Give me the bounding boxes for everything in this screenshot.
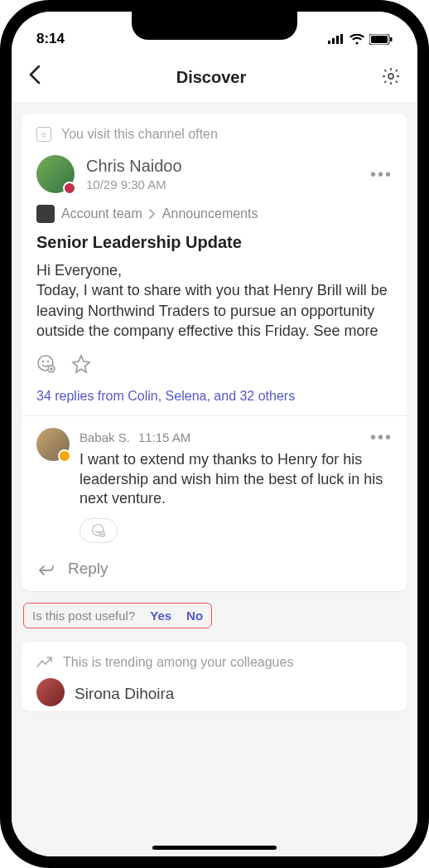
app-header: Discover [12, 53, 417, 102]
hint-text: This is trending among your colleagues [63, 655, 293, 670]
breadcrumb[interactable]: Account team Announcements [36, 205, 393, 223]
wifi-icon [349, 34, 364, 45]
svg-rect-5 [371, 36, 388, 43]
svg-rect-2 [336, 36, 339, 44]
post-timestamp: 10/29 9:30 AM [86, 177, 182, 192]
reply-input[interactable]: Reply [36, 560, 393, 578]
status-indicators [328, 34, 393, 45]
svg-point-7 [388, 74, 393, 79]
card-hint: ≡ You visit this channel often [36, 127, 393, 142]
svg-point-10 [48, 361, 49, 362]
reaction-row [36, 354, 393, 377]
home-indicator[interactable] [152, 846, 277, 850]
svg-point-9 [43, 361, 44, 362]
feedback-prompt: Is this post useful? Yes No [23, 603, 212, 628]
back-button[interactable] [28, 65, 41, 90]
reply-more-button[interactable]: ••• [370, 428, 393, 447]
svg-rect-0 [328, 41, 330, 44]
presence-busy-icon [63, 182, 76, 195]
reply-time: 11:15 AM [138, 430, 190, 444]
author-row[interactable]: Chris Naidoo 10/29 9:30 AM ••• [36, 155, 393, 193]
settings-button[interactable] [381, 66, 401, 90]
hint-text: You visit this channel often [61, 127, 218, 142]
post-title: Senior Leadership Update [36, 233, 393, 252]
post-body: Hi Everyone, Today, I want to share with… [36, 260, 393, 341]
reply-item: Babak S. 11:15 AM ••• I want to extend m… [36, 428, 393, 543]
reply-reaction-button[interactable] [80, 518, 118, 543]
replies-link[interactable]: 34 replies from Colin, Selena, and 32 ot… [36, 389, 393, 404]
channel-visit-icon: ≡ [36, 127, 51, 142]
breadcrumb-team: Account team [61, 206, 142, 221]
reply-body: I want to extend my thanks to Henry for … [80, 450, 393, 508]
status-time: 8:14 [36, 31, 65, 47]
feedback-yes-button[interactable]: Yes [150, 609, 171, 623]
trending-icon [36, 657, 53, 668]
reply-label: Reply [68, 560, 108, 578]
battery-icon [369, 34, 393, 45]
svg-rect-6 [390, 37, 393, 41]
reply-arrow-icon [36, 560, 56, 577]
reply-author: Babak S. [80, 430, 130, 444]
page-title: Discover [176, 68, 247, 87]
see-more-link[interactable]: See more [314, 322, 378, 339]
star-icon [71, 354, 91, 374]
post-card: This is trending among your colleagues S… [22, 642, 407, 711]
emoji-add-icon [36, 354, 56, 374]
avatar[interactable] [36, 678, 65, 706]
feedback-question: Is this post useful? [32, 609, 135, 623]
breadcrumb-channel: Announcements [162, 206, 258, 221]
gear-icon [381, 66, 401, 86]
content-scroll[interactable]: ≡ You visit this channel often Chris Nai… [12, 102, 417, 856]
emoji-add-icon [91, 523, 106, 538]
signal-icon [328, 34, 345, 44]
chevron-right-icon [149, 209, 156, 219]
svg-rect-1 [332, 38, 335, 44]
feedback-no-button[interactable]: No [186, 609, 203, 623]
avatar[interactable] [36, 155, 75, 193]
post-card: ≡ You visit this channel often Chris Nai… [22, 114, 407, 591]
svg-rect-3 [340, 34, 343, 44]
presence-away-icon [58, 449, 71, 463]
add-reaction-button[interactable] [36, 354, 56, 377]
card-hint: This is trending among your colleagues [36, 655, 393, 670]
divider [22, 415, 407, 416]
post-greeting: Hi Everyone, [36, 262, 122, 279]
author-name: Chris Naidoo [86, 157, 182, 176]
team-icon [36, 205, 55, 223]
avatar[interactable] [36, 428, 70, 461]
author-name: Sirona Dihoira [75, 685, 174, 703]
save-button[interactable] [71, 354, 91, 377]
post-more-button[interactable]: ••• [370, 165, 393, 184]
